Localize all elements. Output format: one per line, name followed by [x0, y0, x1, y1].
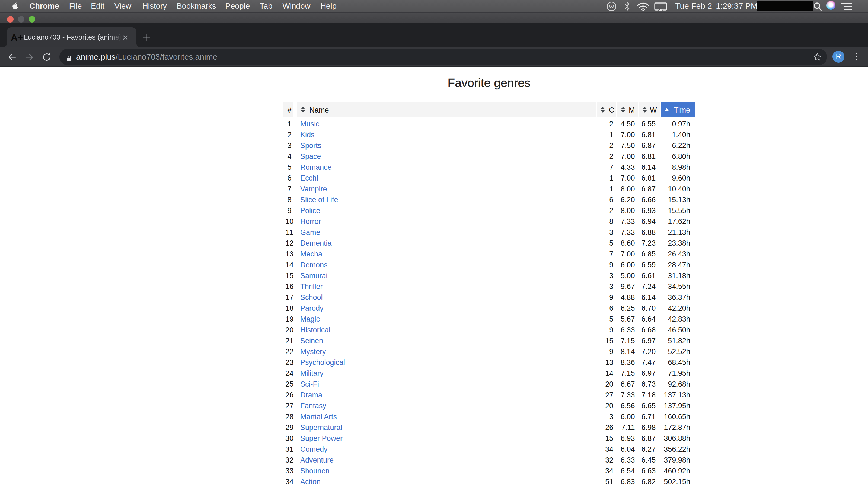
- svg-text:∞: ∞: [609, 2, 614, 10]
